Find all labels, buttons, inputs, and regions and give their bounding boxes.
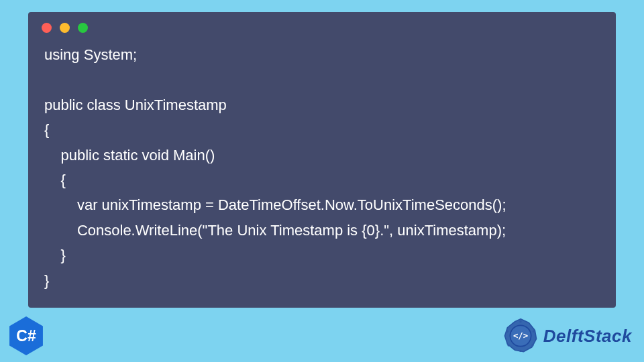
csharp-badge: C# <box>7 316 46 355</box>
svg-point-8 <box>506 330 508 333</box>
hexagon-icon: C# <box>7 316 46 355</box>
badge-label: C# <box>16 327 36 345</box>
brand-logo-icon: </> <box>502 317 539 355</box>
code-window: using System; public class UnixTimestamp… <box>28 12 616 308</box>
svg-point-6 <box>519 350 521 352</box>
window-controls <box>28 12 616 40</box>
brand: </> DelftStack <box>502 317 632 355</box>
footer: C# </> DelftStack <box>0 316 644 355</box>
svg-point-4 <box>533 330 535 333</box>
code-content: using System; public class UnixTimestamp… <box>28 40 616 293</box>
svg-text:</>: </> <box>513 331 528 341</box>
brand-name: DelftStack <box>543 326 632 347</box>
svg-point-3 <box>519 320 521 322</box>
minimize-icon <box>60 23 70 33</box>
svg-point-5 <box>531 344 533 346</box>
svg-point-7 <box>507 344 509 346</box>
close-icon <box>42 23 52 33</box>
maximize-icon <box>78 23 88 33</box>
